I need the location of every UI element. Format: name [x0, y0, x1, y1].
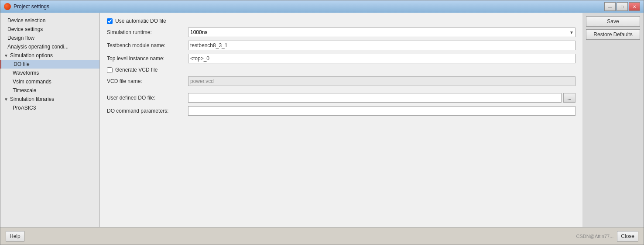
- testbench-module-label: Testbench module name:: [107, 42, 185, 48]
- close-button[interactable]: Close: [617, 231, 638, 242]
- minimize-button[interactable]: —: [604, 2, 616, 11]
- user-defined-do-label: User defined DO file:: [107, 95, 185, 101]
- simulation-runtime-label: Simulation runtime:: [107, 29, 185, 35]
- sidebar-item-simulation-libraries[interactable]: ▼ Simulation libraries: [0, 95, 99, 104]
- user-defined-do-input[interactable]: [188, 93, 562, 103]
- browse-do-file-button[interactable]: ...: [563, 93, 575, 103]
- sidebar-item-simulation-options[interactable]: ▼ Simulation options: [0, 51, 99, 60]
- right-panel: Save Restore Defaults: [582, 13, 644, 227]
- do-command-params-row: DO command parameters:: [107, 106, 575, 116]
- use-automatic-do-checkbox[interactable]: [107, 18, 113, 24]
- help-button[interactable]: Help: [6, 231, 24, 242]
- window-controls: — □ ✕: [604, 2, 640, 11]
- sidebar-item-device-settings[interactable]: Device settings: [0, 25, 99, 34]
- save-button[interactable]: Save: [586, 16, 640, 27]
- top-level-instance-label: Top level instance name:: [107, 55, 185, 62]
- expand-arrow-libraries-icon: ▼: [4, 97, 8, 102]
- title-bar: Project settings — □ ✕: [0, 0, 644, 13]
- sidebar-item-waveforms[interactable]: Waveforms: [0, 69, 99, 77]
- user-defined-do-row: User defined DO file: ...: [107, 93, 575, 103]
- footer-right: CSDN@Attin77... Close: [576, 231, 638, 242]
- top-level-instance-input[interactable]: [188, 54, 575, 63]
- generate-vcd-checkbox[interactable]: [107, 67, 113, 73]
- sidebar-item-proasic3[interactable]: ProASIC3: [0, 104, 99, 112]
- generate-vcd-row: Generate VCD file: [107, 67, 575, 73]
- restore-button[interactable]: □: [617, 2, 628, 11]
- sidebar-item-vsim-commands[interactable]: Vsim commands: [0, 77, 99, 86]
- sidebar: Device selection Device settings Design …: [0, 13, 100, 227]
- sidebar-item-design-flow[interactable]: Design flow: [0, 34, 99, 42]
- simulation-runtime-row: Simulation runtime: 1000ns ▼: [107, 28, 575, 37]
- vcd-file-name-row: VCD file name:: [107, 76, 575, 86]
- watermark-text: CSDN@Attin77...: [576, 234, 614, 239]
- user-defined-do-input-group: ...: [188, 93, 575, 103]
- testbench-module-input[interactable]: [188, 41, 575, 50]
- top-level-instance-row: Top level instance name:: [107, 54, 575, 63]
- use-automatic-do-row: Use automatic DO file: [107, 18, 575, 24]
- sidebar-item-analysis-operating[interactable]: Analysis operating condi...: [0, 42, 99, 51]
- app-icon: [4, 3, 11, 10]
- vcd-file-name-label: VCD file name:: [107, 78, 185, 84]
- window-title: Project settings: [14, 3, 602, 10]
- restore-defaults-button[interactable]: Restore Defaults: [586, 29, 640, 40]
- project-settings-window: Project settings — □ ✕ Device selection …: [0, 0, 644, 245]
- do-command-params-label: DO command parameters:: [107, 108, 185, 114]
- generate-vcd-label: Generate VCD file: [115, 67, 158, 73]
- main-panel: Use automatic DO file Simulation runtime…: [100, 13, 582, 227]
- use-automatic-do-label: Use automatic DO file: [115, 18, 166, 24]
- expand-arrow-icon: ▼: [4, 53, 8, 58]
- testbench-module-row: Testbench module name:: [107, 41, 575, 50]
- sidebar-item-device-selection[interactable]: Device selection: [0, 16, 99, 25]
- vcd-file-name-input[interactable]: [188, 76, 575, 86]
- close-window-button[interactable]: ✕: [629, 2, 640, 11]
- simulation-runtime-dropdown-container: 1000ns ▼: [188, 28, 575, 37]
- do-command-params-input[interactable]: [188, 106, 575, 116]
- sidebar-item-timescale[interactable]: Timescale: [0, 86, 99, 95]
- simulation-runtime-select[interactable]: 1000ns: [188, 28, 575, 37]
- content-area: Device selection Device settings Design …: [0, 13, 644, 227]
- footer: Help CSDN@Attin77... Close: [0, 227, 644, 245]
- sidebar-item-do-file[interactable]: DO file: [0, 60, 99, 69]
